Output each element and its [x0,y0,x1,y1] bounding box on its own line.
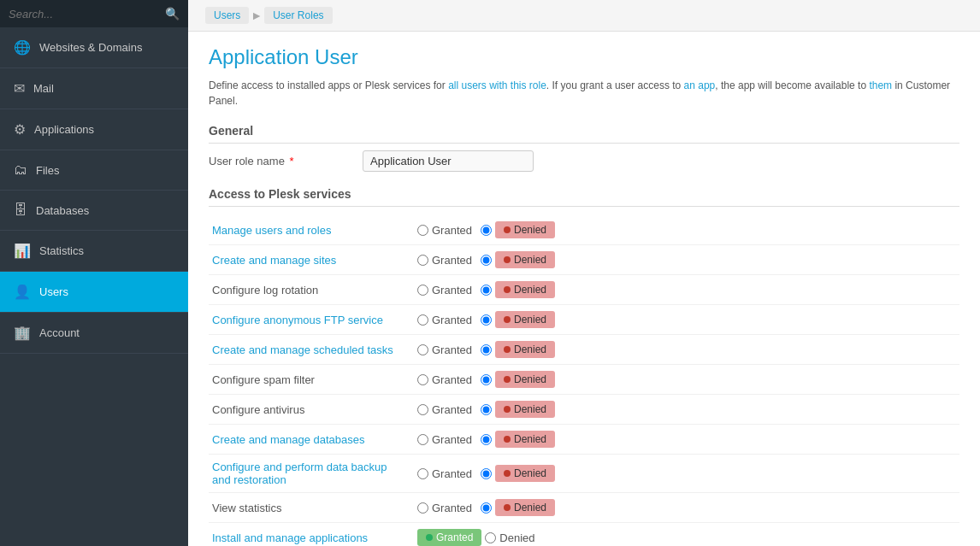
granted-radio-5[interactable] [417,374,428,385]
denied-button-0[interactable]: Denied [495,221,555,238]
access-row-controls-7: GrantedDenied [414,425,959,455]
granted-radio-0[interactable] [417,225,428,236]
denied-label: Denied [514,224,546,236]
denied-button-9[interactable]: Denied [495,499,555,516]
denied-radio-4[interactable] [481,344,492,355]
sidebar-item-label: Websites & Domains [39,41,142,54]
denied-radio-10[interactable] [485,532,496,543]
users-icon: 👤 [14,284,31,300]
access-row-label-4: Create and manage scheduled tasks [209,335,414,365]
applications-icon: ⚙ [14,121,26,138]
granted-text-5: Granted [432,373,472,386]
general-section-title: General [209,124,959,144]
access-row-label-5: Configure spam filter [209,365,414,395]
search-input[interactable] [9,8,165,21]
sidebar-item-applications[interactable]: ⚙Applications [0,109,188,150]
denied-radio-7[interactable] [481,434,492,445]
granted-button-10[interactable]: Granted [417,529,481,546]
user-role-input[interactable] [363,150,534,172]
access-table: Manage users and rolesGrantedDeniedCreat… [209,215,959,546]
denied-button-6[interactable]: Denied [495,401,555,418]
sidebar-item-websites[interactable]: 🌐Websites & Domains [0,27,188,68]
denied-radio-3[interactable] [481,314,492,326]
granted-text-6: Granted [432,403,472,416]
granted-text-3: Granted [432,314,472,326]
sidebar-item-label: Statistics [39,244,84,257]
denied-radio-2[interactable] [481,285,492,296]
sidebar-item-label: Applications [34,123,94,136]
granted-radio-6[interactable] [417,404,428,415]
access-row: Manage users and rolesGrantedDenied [209,215,959,245]
granted-radio-4[interactable] [417,344,428,355]
denied-label: Denied [514,254,546,266]
denied-label: Denied [514,343,546,355]
access-row-controls-10: GrantedDenied [414,523,959,547]
denied-button-3[interactable]: Denied [495,311,555,328]
access-row: Create and manage databasesGrantedDenied [209,425,959,455]
denied-radio-8[interactable] [481,468,492,479]
access-row-controls-3: GrantedDenied [414,305,959,335]
granted-text-9: Granted [432,502,472,514]
denied-label: Denied [514,467,546,479]
granted-radio-3[interactable] [417,314,428,326]
access-row: Create and manage sitesGrantedDenied [209,245,959,275]
access-row-label-9: View statistics [209,493,414,523]
access-row-label-0: Manage users and roles [209,215,414,245]
user-role-row: User role name * [209,150,959,172]
sidebar-item-files[interactable]: 🗂Files [0,150,188,191]
access-row: Configure and perform data backup and re… [209,455,959,493]
denied-label: Denied [514,373,546,385]
account-icon: 🏢 [14,325,31,341]
access-row: Configure spam filterGrantedDenied [209,365,959,395]
granted-label: Granted [436,531,473,543]
granted-text-0: Granted [432,224,472,237]
denied-radio-5[interactable] [481,374,492,385]
granted-text-4: Granted [432,343,472,356]
breadcrumb-user-roles[interactable]: User Roles [264,7,332,24]
denied-radio-0[interactable] [481,225,492,236]
denied-label: Denied [514,433,546,445]
sidebar-item-label: Users [39,285,68,298]
granted-radio-9[interactable] [417,502,428,514]
access-row: Create and manage scheduled tasksGranted… [209,335,959,365]
denied-button-5[interactable]: Denied [495,371,555,388]
breadcrumb-sep: ► [251,9,263,22]
denied-button-7[interactable]: Denied [495,431,555,448]
sidebar-item-statistics[interactable]: 📊Statistics [0,231,188,272]
page-title: Application User [209,45,959,69]
denied-radio-6[interactable] [481,404,492,415]
statistics-icon: 📊 [14,243,31,259]
access-row-label-8: Configure and perform data backup and re… [209,455,414,493]
denied-text-10: Denied [499,531,534,544]
denied-button-4[interactable]: Denied [495,341,555,358]
access-row: Install and manage applicationsGrantedDe… [209,523,959,547]
required-marker: * [290,155,294,167]
granted-radio-7[interactable] [417,434,428,445]
granted-text-7: Granted [432,433,472,446]
denied-button-2[interactable]: Denied [495,281,555,298]
access-row-controls-0: GrantedDenied [414,215,959,245]
access-row-label-2: Configure log rotation [209,275,414,305]
denied-label: Denied [514,502,546,514]
sidebar-item-mail[interactable]: ✉Mail [0,68,188,109]
access-row-label-3: Configure anonymous FTP service [209,305,414,335]
access-row-controls-2: GrantedDenied [414,275,959,305]
user-role-label: User role name * [209,155,363,167]
sidebar-item-databases[interactable]: 🗄Databases [0,191,188,231]
sidebar-item-users[interactable]: 👤Users [0,272,188,313]
access-row: Configure antivirusGrantedDenied [209,395,959,425]
user-role-input-wrap[interactable] [363,150,534,172]
granted-radio-1[interactable] [417,255,428,266]
access-row-controls-6: GrantedDenied [414,395,959,425]
breadcrumb-users[interactable]: Users [205,7,249,24]
sidebar-item-account[interactable]: 🏢Account [0,313,188,354]
search-box[interactable]: 🔍 [0,0,188,27]
granted-radio-2[interactable] [417,285,428,296]
sidebar: 🔍 🌐Websites & Domains✉Mail⚙Applications🗂… [0,0,188,546]
granted-radio-8[interactable] [417,468,428,479]
denied-radio-9[interactable] [481,502,492,514]
denied-button-1[interactable]: Denied [495,251,555,268]
denied-button-8[interactable]: Denied [495,465,555,482]
access-row-label-7: Create and manage databases [209,425,414,455]
denied-radio-1[interactable] [481,255,492,266]
